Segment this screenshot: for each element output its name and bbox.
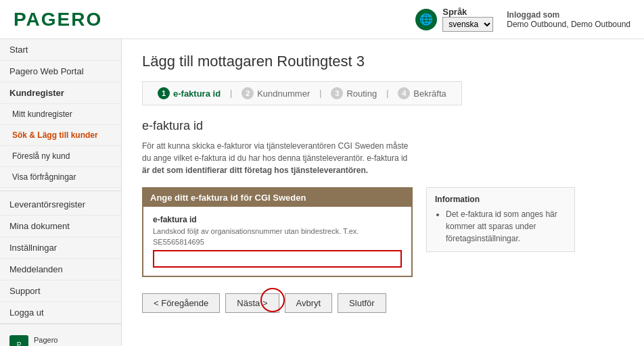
sidebar-divider-1	[0, 191, 121, 191]
wizard-step-3-num: 3	[331, 87, 343, 99]
logged-in-user: Demo Outbound, Demo Outbound	[507, 20, 630, 29]
wizard-step-1-num: 1	[158, 87, 170, 99]
form-box-body: e-faktura id Landskod följt av organisat…	[143, 207, 411, 276]
field-label: e-faktura id	[153, 215, 402, 224]
wizard-steps: 1 e-faktura id | 2 Kundnummer | 3 Routin…	[142, 81, 462, 105]
sidebar-item-leverantorsregister[interactable]: Leverantörsregister	[0, 194, 121, 216]
wizard-step-4-num: 4	[398, 87, 410, 99]
content-description: För att kunna skicka e-fakturor via tjän…	[142, 140, 467, 176]
logged-in-label: Inloggad som	[507, 10, 630, 20]
next-button-wrapper: Nästa >	[225, 293, 279, 313]
sidebar-bottom: P PageroConnect ✉ 0 nyameddelanden	[0, 324, 121, 346]
wizard-step-3: 3 Routing	[324, 87, 384, 99]
wizard-step-2: 2 Kundnummer	[235, 87, 317, 99]
info-box-title: Information	[435, 195, 566, 204]
header-right: 🌐 Språk svenska english Inloggad som Dem…	[415, 7, 630, 32]
form-box-header: Ange ditt e-faktura id för CGI Sweden	[143, 189, 411, 207]
main-content: Lägg till mottagaren Routingtest 3 1 e-f…	[122, 39, 644, 346]
wizard-sep-3: |	[384, 89, 391, 98]
efaktura-id-input[interactable]	[153, 250, 402, 268]
cancel-button[interactable]: Avbryt	[285, 293, 333, 313]
sidebar-item-mitt-kundregister[interactable]: Mitt kundregister	[0, 104, 121, 125]
info-box-item: Det e-faktura id som anges här kommer at…	[446, 208, 566, 245]
wizard-step-2-num: 2	[242, 87, 254, 99]
wizard-sep-2: |	[317, 89, 324, 98]
field-hint: Landskod följt av organisationsnummer ut…	[153, 227, 402, 235]
layout: Start Pagero Web Portal Kundregister Mit…	[0, 39, 644, 346]
section-title: e-faktura id	[142, 119, 624, 133]
sidebar-item-installningar[interactable]: Inställningar	[0, 237, 121, 259]
logged-in-section: Inloggad som Demo Outbound, Demo Outboun…	[507, 10, 630, 29]
info-box: Information Det e-faktura id som anges h…	[426, 187, 575, 252]
lang-info: Språk svenska english	[442, 7, 493, 32]
wizard-step-4-label: Bekräfta	[413, 89, 446, 99]
lang-label: Språk	[442, 7, 493, 17]
sidebar-item-foresla-ny-kund[interactable]: Föreslå ny kund	[0, 146, 121, 167]
sidebar-item-mina-dokument[interactable]: Mina dokument	[0, 216, 121, 237]
wizard-step-4: 4 Bekräfta	[391, 87, 453, 99]
desc-line1: För att kunna skicka e-fakturor via tjän…	[142, 141, 409, 151]
logo: PAGERO	[14, 9, 102, 30]
sidebar-item-meddelanden[interactable]: Meddelanden	[0, 259, 121, 280]
sidebar-item-pagero-web-portal[interactable]: Pagero Web Portal	[0, 61, 121, 82]
sidebar-item-support[interactable]: Support	[0, 280, 121, 302]
sidebar-pagero-connect[interactable]: P PageroConnect	[9, 331, 112, 346]
header: PAGERO 🌐 Språk svenska english Inloggad …	[0, 0, 644, 39]
wizard-step-1: 1 e-faktura id	[151, 87, 227, 99]
wizard-step-2-label: Kundnummer	[257, 89, 310, 99]
language-section: 🌐 Språk svenska english	[415, 7, 493, 32]
sidebar-item-logga-ut[interactable]: Logga ut	[0, 302, 121, 324]
info-box-list: Det e-faktura id som anges här kommer at…	[435, 208, 566, 245]
sidebar-item-kundregister[interactable]: Kundregister	[0, 82, 121, 104]
pagero-connect-icon: P	[9, 335, 28, 346]
page-title: Lägg till mottagaren Routingtest 3	[142, 53, 624, 70]
field-example: SE5565814695	[153, 238, 402, 246]
logo-text2: AGERO	[26, 9, 103, 30]
sidebar-item-sok-lagg[interactable]: Sök & Lägg till kunder	[0, 125, 121, 146]
globe-icon: 🌐	[415, 9, 437, 30]
sidebar: Start Pagero Web Portal Kundregister Mit…	[0, 39, 122, 346]
wizard-step-1-label: e-faktura id	[173, 89, 221, 99]
language-select[interactable]: svenska english	[442, 17, 493, 32]
button-row: < Föregående Nästa > Avbryt Slutför	[142, 293, 624, 313]
wizard-sep-1: |	[227, 89, 235, 98]
pagero-connect-label: PageroConnect	[34, 335, 62, 346]
sidebar-item-visa-forfrågningar[interactable]: Visa förfrågningar	[0, 167, 121, 188]
main-area: Ange ditt e-faktura id för CGI Sweden e-…	[142, 187, 624, 277]
logo-text: P	[14, 9, 26, 30]
prev-button[interactable]: < Föregående	[142, 293, 220, 313]
finish-button[interactable]: Slutför	[338, 293, 386, 313]
desc-bold: är det som identifierar ditt företag hos…	[142, 166, 368, 175]
sidebar-item-start[interactable]: Start	[0, 39, 121, 61]
form-box: Ange ditt e-faktura id för CGI Sweden e-…	[142, 187, 413, 277]
desc-line2: du ange vilket e-faktura id du har hos d…	[142, 153, 407, 163]
next-button[interactable]: Nästa >	[225, 293, 279, 313]
wizard-step-3-label: Routing	[346, 89, 377, 99]
